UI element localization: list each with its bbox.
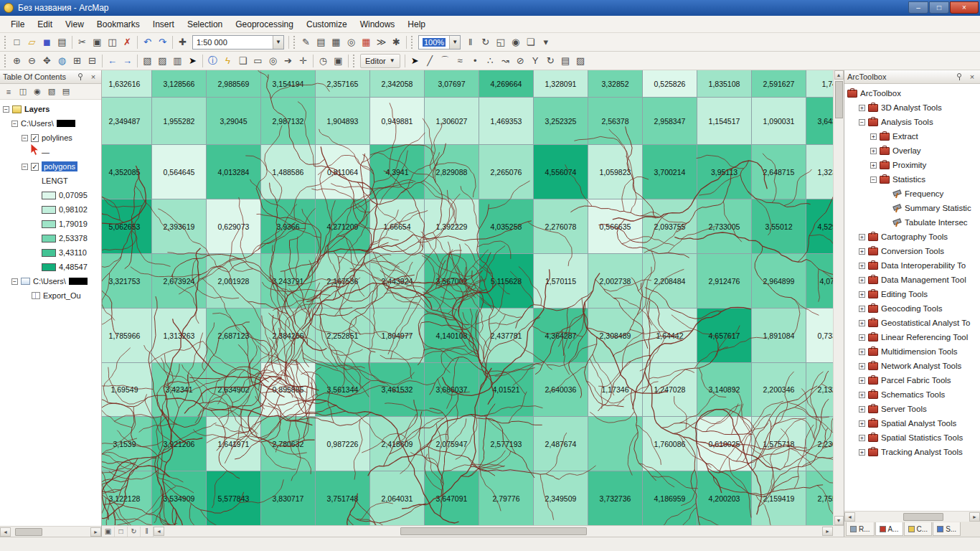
map-polygon-cell[interactable]: 1,154517 [697,98,752,145]
map-polygon-cell[interactable]: 1,7479 [806,70,833,98]
toc-item-polylines[interactable]: − ✓ polylines [0,131,101,145]
map-polygon-cell[interactable]: 2,577193 [479,417,534,471]
scroll-left-arrow[interactable]: ◄ [154,527,164,536]
create-viewer-window-button[interactable]: ▣ [331,53,346,68]
legend-item[interactable]: 1,79019 [0,217,101,231]
map-polygon-cell[interactable]: 1,328091 [534,70,588,98]
forward-extent-button[interactable]: → [120,53,135,68]
map-polygon-cell[interactable]: 1,891084 [752,309,806,363]
straight-segment-button[interactable]: ╱ [423,53,438,68]
zoom-percent-combo[interactable]: 100%▼ [418,35,461,50]
fixed-zoom-out-button[interactable]: ⊟ [85,53,100,68]
map-polygon-cell[interactable]: 4,140108 [425,309,479,363]
refresh-view-button[interactable]: ↻ [128,527,141,537]
map-scale-combo[interactable]: 1:50 000▼ [192,35,284,50]
polylines-visibility-checkbox[interactable]: ✓ [31,134,39,142]
map-polygon-cell[interactable]: 0,610025 [697,417,752,471]
toolbox-item-tabulate-intersec[interactable]: Tabulate Intersec [844,215,980,230]
map-polygon-cell[interactable]: 2,640036 [534,363,588,417]
expand-icon[interactable]: + [870,162,877,169]
collapse-icon[interactable]: − [859,119,865,126]
map-polygon-cell[interactable]: 3,1539 [102,417,152,471]
map-polygon-cell[interactable] [588,417,643,471]
toc-item-source-group-2[interactable]: − C:\Users\ [0,274,101,288]
scroll-down-arrow[interactable]: ▼ [834,516,844,525]
map-polygon-cell[interactable]: 3,128566 [152,70,207,98]
map-polygon-cell[interactable]: 2,780632 [261,417,316,471]
undo-button[interactable]: ↶ [140,34,155,50]
map-polygon-cell[interactable]: 0,987226 [316,417,370,471]
time-slider-button[interactable]: ◷ [316,53,331,68]
toc-item-source-group[interactable]: − C:\Users\ [0,116,101,131]
toc-close-icon[interactable]: × [88,72,98,82]
map-polygon-cell[interactable]: 2,342058 [370,70,425,98]
map-polygon-cell[interactable]: 2,443924 [370,254,425,309]
scroll-thumb[interactable] [15,528,42,536]
scroll-track[interactable] [11,527,90,537]
map-polygon-cell[interactable]: 0,629073 [207,199,261,254]
map-polygon-cell[interactable]: 2,829088 [425,145,479,199]
map-polygon-cell[interactable]: 3,95113 [697,145,752,199]
scroll-thumb[interactable] [835,81,843,118]
map-polygon-cell[interactable]: 2,002738 [588,254,643,309]
select-elements-button[interactable]: ➤ [185,53,200,68]
map-polygon-cell[interactable]: 3,534909 [152,471,207,525]
model-builder-button[interactable]: ✱ [389,34,404,50]
map-polygon-cell[interactable]: 4,364287 [534,309,588,363]
pause-drawing-button[interactable]: ‖ [463,34,478,50]
map-polygon-cell[interactable]: 3,07697 [425,70,479,98]
viewer-window-button[interactable]: ❏ [523,34,538,50]
legend-swatch[interactable] [42,192,56,199]
map-polygon-cell[interactable]: 1,306027 [425,98,479,145]
toolbox-item-multidimension-tools[interactable]: +Multidimension Tools [844,344,980,359]
map-polygon-cell[interactable]: 2,988569 [207,70,261,98]
map-polygon-cell[interactable]: 2,755202 [806,471,833,525]
dock-tab-search[interactable]: S... [933,522,961,536]
scroll-track[interactable] [834,80,844,516]
map-polygon-cell[interactable]: 1,247028 [643,363,697,417]
expand-icon[interactable]: + [859,291,865,298]
map-polygon-cell[interactable]: 2,308489 [588,309,643,363]
save-button[interactable]: ◼ [39,34,55,50]
menu-file[interactable]: File [4,17,31,32]
toolbox-item-data-interoperability-to[interactable]: +Data Interoperability To [844,258,980,273]
map-polygon-cell[interactable]: 0,564645 [152,145,207,199]
expand-icon[interactable]: + [870,148,877,154]
map-polygon-cell[interactable]: 2,437781 [479,309,534,363]
collapse-icon[interactable]: − [870,176,877,183]
map-polygon-cell[interactable]: 3,321753 [102,254,152,309]
expand-icon[interactable]: + [859,349,865,355]
select-features-button[interactable]: ▧ [140,53,155,68]
map-polygon-cell[interactable]: 2,648715 [752,145,806,199]
scroll-left-arrow[interactable]: ◄ [0,527,11,537]
toolbox-item-server-tools[interactable]: +Server Tools [844,402,980,416]
map-polygon-cell[interactable]: 3,461532 [370,363,425,417]
identify-button[interactable]: ⓘ [205,53,220,68]
data-view-button[interactable]: ▣ [102,527,115,537]
pan-button[interactable]: ✥ [39,53,55,68]
add-data-button[interactable]: ✚ [175,34,190,50]
map-polygon-cell[interactable]: 1,835108 [697,70,752,98]
paste-button[interactable]: ◫ [105,34,120,50]
toolbar-grip[interactable] [4,36,7,49]
toolbar-options-button[interactable]: ▾ [538,34,553,50]
trace-tool-button[interactable]: ≈ [453,53,468,68]
map-polygon-cell[interactable]: 1,313263 [152,309,207,363]
toolbox-item-proximity[interactable]: +Proximity [844,158,980,172]
map-polygon-cell[interactable]: 3,567002 [425,254,479,309]
map-polygon-cell[interactable]: 2,349509 [534,471,588,525]
map-polygon-cell[interactable]: 2,56378 [588,98,643,145]
table-of-contents-window-button[interactable]: ▤ [314,34,329,50]
list-by-drawing-order-button[interactable]: ≡ [2,85,15,98]
zoom-out-button[interactable]: ⊖ [24,53,39,68]
measure-button[interactable]: ▭ [250,53,265,68]
map-polygon-cell[interactable]: 2,591627 [752,70,806,98]
expand-icon[interactable]: + [859,277,865,283]
map-polygon-cell[interactable]: 2,687123 [207,309,261,363]
toolbox-item-schematics-tools[interactable]: +Schematics Tools [844,387,980,402]
list-by-source-button[interactable]: ◫ [17,85,29,98]
expand-icon[interactable]: + [859,449,865,456]
map-polygon-cell[interactable]: 3,122128 [102,471,152,525]
back-extent-button[interactable]: ← [105,53,120,68]
map-polygon-cell[interactable]: 2,673924 [152,254,207,309]
